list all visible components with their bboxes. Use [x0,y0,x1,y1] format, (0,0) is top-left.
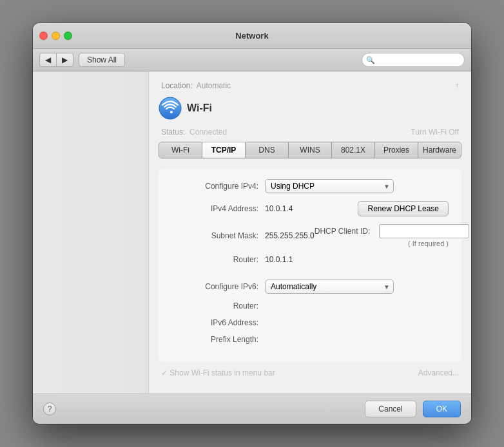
dhcp-client-row: DHCP Client ID: [315,224,449,238]
router-row: Router: 10.0.1.1 [171,255,449,264]
router-value: 10.0.1.1 [265,255,293,264]
configure-ipv6-row: Configure IPv6: Automatically Manually O… [171,280,449,294]
configure-ipv4-select[interactable]: Using DHCP Manually Off [265,179,394,193]
inner-bottom-bar: ✓ Show Wi-Fi status in menu bar Advanced… [159,368,461,377]
search-input[interactable] [362,53,465,67]
titlebar: Network [33,23,471,49]
configure-ipv6-select-wrap: Automatically Manually Off ▼ [265,280,394,294]
if-required-text: ( If required ) [315,238,449,247]
sidebar [33,71,149,394]
router6-label: Router: [171,301,265,310]
tab-wifi[interactable]: Wi-Fi [159,142,202,158]
cancel-button[interactable]: Cancel [365,401,416,417]
wifi-icon [159,97,182,120]
status-row: Status: Connected Turn Wi-Fi Off [159,128,461,137]
ipv4-address-value: 10.0.1.4 [265,204,293,213]
help-button[interactable]: ? [43,403,56,415]
tab-dns[interactable]: DNS [246,142,289,158]
status-label-blurred: Status: Connected [161,128,227,137]
maximize-button[interactable] [64,32,72,40]
prefix-length-label: Prefix Length: [171,335,265,344]
content-area: Location: Automatic ↑ [33,71,471,394]
network-window: Network ◀ ▶ Show All 🔍 Location: Automat… [33,23,471,424]
tab-8021x[interactable]: 802.1X [332,142,375,158]
traffic-lights [39,32,72,40]
subnet-mask-row: Subnet Mask: 255.255.255.0 DHCP Client I… [171,224,449,247]
svg-point-0 [159,97,181,119]
configure-ipv6-select[interactable]: Automatically Manually Off [265,280,394,294]
search-icon: 🔍 [366,56,375,64]
turn-wifi-off-blurred: Turn Wi-Fi Off [411,128,459,137]
router6-row: Router: [171,301,449,310]
location-right: ↑ [455,81,459,90]
status-value-blurred: Connected [189,128,227,137]
dhcp-client-input[interactable] [379,224,469,238]
prefix-length-row: Prefix Length: [171,335,449,344]
spacer [171,272,449,280]
tab-hardware[interactable]: Hardware [418,142,461,158]
location-bar: Location: Automatic ↑ [159,81,461,90]
wifi-name: Wi-Fi [187,102,212,114]
location-value: Automatic [197,81,231,90]
configure-ipv4-select-wrap: Using DHCP Manually Off ▼ [265,179,394,193]
ipv4-address-label: IPv4 Address: [171,204,265,213]
form-section: Configure IPv4: Using DHCP Manually Off … [159,169,461,362]
renew-dhcp-button[interactable]: Renew DHCP Lease [358,201,449,216]
show-wifi-status-blurred: ✓ Show Wi-Fi status in menu bar [161,368,275,377]
ok-button[interactable]: OK [423,401,461,417]
close-button[interactable] [39,32,48,40]
back-button[interactable]: ◀ [39,53,57,67]
router-label: Router: [171,255,265,264]
dhcp-client-label: DHCP Client ID: [315,227,374,236]
forward-button[interactable]: ▶ [57,53,73,67]
configure-ipv6-label: Configure IPv6: [171,282,265,291]
subnet-mask-value: 255.255.255.0 [265,231,315,240]
tab-bar: Wi-Fi TCP/IP DNS WINS 802.1X Proxies Har… [159,142,461,158]
ipv4-address-row: IPv4 Address: 10.0.1.4 Renew DHCP Lease [171,201,449,216]
wifi-header: Wi-Fi [159,97,461,120]
window-title: Network [235,31,268,41]
tab-proxies[interactable]: Proxies [375,142,418,158]
location-label: Location: Automatic [161,81,231,90]
toolbar: ◀ ▶ Show All 🔍 [33,49,471,71]
minimize-button[interactable] [52,32,60,40]
configure-ipv4-label: Configure IPv4: [171,182,265,191]
tab-tcpip[interactable]: TCP/IP [202,142,246,158]
show-all-button[interactable]: Show All [79,53,125,67]
advanced-blurred: Advanced... [418,368,459,377]
configure-ipv4-row: Configure IPv4: Using DHCP Manually Off … [171,179,449,193]
ipv6-address-label: IPv6 Address: [171,318,265,327]
bottom-bar: ? Cancel OK [33,394,471,424]
ipv6-address-row: IPv6 Address: [171,318,449,327]
search-box: 🔍 [362,53,465,67]
nav-buttons: ◀ ▶ [39,53,73,67]
main-panel: Location: Automatic ↑ [149,71,471,394]
subnet-mask-label: Subnet Mask: [171,231,265,240]
tab-wins[interactable]: WINS [289,142,332,158]
